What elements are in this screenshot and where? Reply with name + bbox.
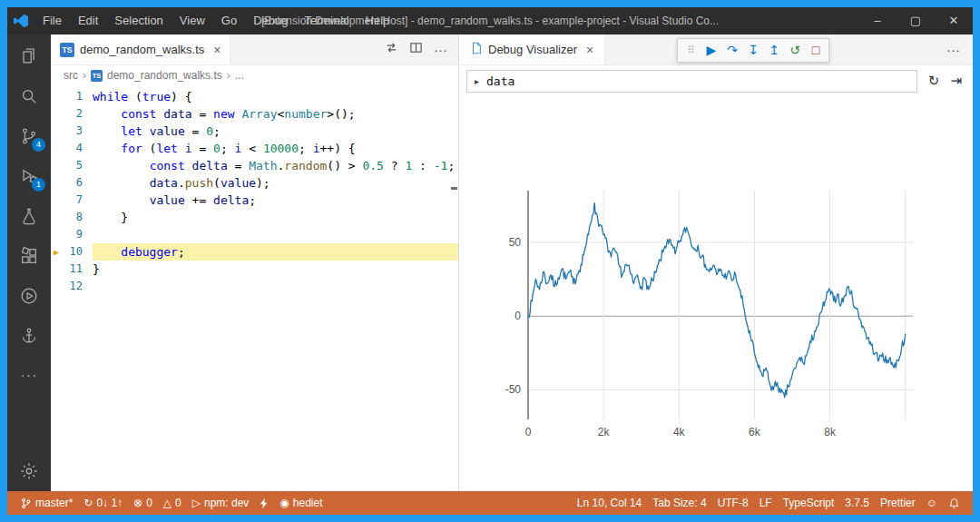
editor-action-split-icon[interactable] bbox=[409, 41, 423, 58]
status-npm-task[interactable]: ▷npm: dev bbox=[187, 491, 255, 515]
status-errors-label: 0 bbox=[146, 497, 152, 509]
status-indentation[interactable]: Tab Size: 4 bbox=[647, 491, 711, 515]
line-number: 7 bbox=[64, 192, 93, 209]
activity-source-control[interactable]: 4 bbox=[7, 116, 51, 156]
status-left: master*↻0↓ 1↑⊗0△0▷npm: dev◉hediet bbox=[15, 491, 328, 515]
expression-input[interactable]: ▸ data bbox=[466, 70, 917, 93]
code-line-11[interactable]: 11} bbox=[51, 261, 458, 278]
code-editor[interactable]: 1while (true) {2 const data = new Array<… bbox=[51, 85, 458, 491]
activity-testing[interactable] bbox=[7, 196, 51, 236]
breadcrumb-symbol[interactable]: ... bbox=[235, 69, 244, 82]
maximize-button[interactable]: ▢ bbox=[897, 7, 935, 34]
gutter[interactable]: 8 bbox=[51, 209, 93, 226]
breadcrumb: src › TS demo_random_walks.ts › ... bbox=[51, 65, 458, 85]
play-icon: ▷ bbox=[192, 497, 201, 509]
code-text bbox=[93, 226, 458, 243]
menu-debug[interactable]: Debug bbox=[245, 7, 296, 34]
code-line-10[interactable]: ▶10 debugger; bbox=[51, 243, 458, 261]
code-line-8[interactable]: 8 } bbox=[51, 209, 458, 226]
status-git-sync[interactable]: ↻0↓ 1↑ bbox=[78, 491, 128, 515]
status-formatter[interactable]: Prettier bbox=[875, 491, 921, 515]
expander-icon[interactable]: ▸ bbox=[475, 76, 479, 86]
bell-icon bbox=[948, 497, 960, 509]
status-account[interactable]: ◉hediet bbox=[274, 491, 328, 515]
gutter[interactable]: 6 bbox=[51, 174, 93, 192]
open-in-editor-icon[interactable]: ⇥ bbox=[950, 73, 962, 89]
code-line-9[interactable]: 9 bbox=[51, 226, 458, 243]
warning-icon: △ bbox=[163, 497, 172, 509]
status-ts-version[interactable]: 3.7.5 bbox=[839, 491, 875, 515]
gutter[interactable]: 3 bbox=[51, 123, 93, 140]
status-git-branch[interactable]: master* bbox=[15, 491, 78, 515]
restart-button-icon[interactable]: ↺ bbox=[786, 39, 804, 62]
step-out-button-icon[interactable]: ↥ bbox=[765, 39, 783, 62]
line-number: 6 bbox=[64, 174, 93, 192]
refresh-icon[interactable]: ↻ bbox=[928, 73, 940, 89]
panel-tab-close-icon[interactable]: × bbox=[586, 43, 593, 57]
minimize-button[interactable]: – bbox=[858, 7, 897, 34]
step-into-button-icon[interactable]: ↧ bbox=[744, 39, 762, 62]
menu-go[interactable]: Go bbox=[213, 7, 245, 34]
menu-help[interactable]: Help bbox=[358, 7, 398, 34]
menu-view[interactable]: View bbox=[172, 7, 213, 34]
code-line-3[interactable]: 3 let value = 0; bbox=[51, 123, 458, 140]
gutter[interactable]: 7 bbox=[51, 192, 93, 209]
menu-edit[interactable]: Edit bbox=[70, 7, 106, 34]
status-cursor-position[interactable]: Ln 10, Col 14 bbox=[572, 491, 647, 515]
code-line-6[interactable]: 6 data.push(value); bbox=[51, 174, 458, 192]
tab-debug-visualizer[interactable]: Debug Visualizer × bbox=[459, 34, 605, 64]
code-line-2[interactable]: 2 const data = new Array<number>(); bbox=[51, 105, 458, 123]
gutter[interactable]: 5 bbox=[51, 157, 93, 174]
continue-button-icon[interactable]: ▶ bbox=[702, 39, 720, 62]
vscode-logo-icon bbox=[7, 14, 34, 28]
menu-file[interactable]: File bbox=[34, 7, 70, 34]
gutter[interactable]: 4 bbox=[51, 140, 93, 157]
menu-terminal[interactable]: Terminal bbox=[296, 7, 357, 34]
status-warnings[interactable]: △0 bbox=[158, 491, 187, 515]
current-line-arrow-icon: ▶ bbox=[51, 243, 64, 261]
code-line-5[interactable]: 5 const delta = Math.random() > 0.5 ? 1 … bbox=[51, 157, 458, 174]
breadcrumb-file[interactable]: demo_random_walks.ts bbox=[107, 69, 222, 82]
y-tick-label: 50 bbox=[509, 236, 522, 249]
status-errors[interactable]: ⊗0 bbox=[128, 491, 158, 515]
gutter[interactable]: 11 bbox=[51, 261, 93, 278]
status-notifications[interactable] bbox=[943, 491, 965, 515]
status-language[interactable]: TypeScript bbox=[778, 491, 840, 515]
tab-demo-random-walks[interactable]: TS demo_random_walks.ts × bbox=[51, 34, 230, 64]
activity-debug-visualizer[interactable] bbox=[7, 316, 51, 356]
step-over-button-icon[interactable]: ↷ bbox=[723, 39, 741, 62]
gutter[interactable]: 9 bbox=[51, 226, 93, 243]
gutter[interactable]: 2 bbox=[51, 105, 93, 123]
status-feedback[interactable]: ☺ bbox=[921, 491, 943, 515]
code-line-7[interactable]: 7 value += delta; bbox=[51, 192, 458, 209]
code-text: data.push(value); bbox=[93, 174, 458, 192]
activity-more[interactable]: ··· bbox=[7, 356, 51, 396]
editor-action-more-icon[interactable]: ··· bbox=[434, 42, 447, 57]
panel-more-actions[interactable]: ··· bbox=[946, 34, 973, 64]
close-button[interactable]: ✕ bbox=[935, 7, 973, 34]
gutter[interactable]: ▶10 bbox=[51, 243, 93, 261]
sash-handle[interactable] bbox=[451, 187, 457, 190]
line-number: 8 bbox=[64, 209, 93, 226]
activity-settings[interactable] bbox=[7, 451, 51, 491]
activity-explorer[interactable] bbox=[7, 36, 51, 76]
status-encoding[interactable]: UTF-8 bbox=[712, 491, 754, 515]
code-line-4[interactable]: 4 for (let i = 0; i < 10000; i++) { bbox=[51, 140, 458, 157]
editor-action-compare-icon[interactable] bbox=[385, 41, 398, 58]
debug-visualizer-panel: Debug Visualizer × ··· ⠿▶↷↧↥↺□ ▸ data ↻ … bbox=[459, 34, 973, 491]
code-line-12[interactable]: 12 bbox=[51, 278, 458, 295]
gutter[interactable]: 12 bbox=[51, 278, 93, 295]
breadcrumb-folder[interactable]: src bbox=[64, 69, 78, 82]
status-eol[interactable]: LF bbox=[754, 491, 778, 515]
activity-search[interactable] bbox=[7, 76, 51, 116]
activity-extensions[interactable] bbox=[7, 236, 51, 276]
activity-run-debug[interactable]: 1 bbox=[7, 156, 51, 196]
menu-selection[interactable]: Selection bbox=[106, 7, 171, 34]
gutter[interactable]: 1 bbox=[51, 88, 93, 105]
tab-close-icon[interactable]: × bbox=[213, 43, 220, 57]
expression-value[interactable]: data bbox=[486, 74, 514, 88]
status-auto-attach[interactable] bbox=[254, 491, 274, 515]
activity-run-panel[interactable] bbox=[7, 276, 51, 316]
code-line-1[interactable]: 1while (true) { bbox=[51, 88, 458, 105]
stop-button-icon[interactable]: □ bbox=[807, 39, 825, 62]
